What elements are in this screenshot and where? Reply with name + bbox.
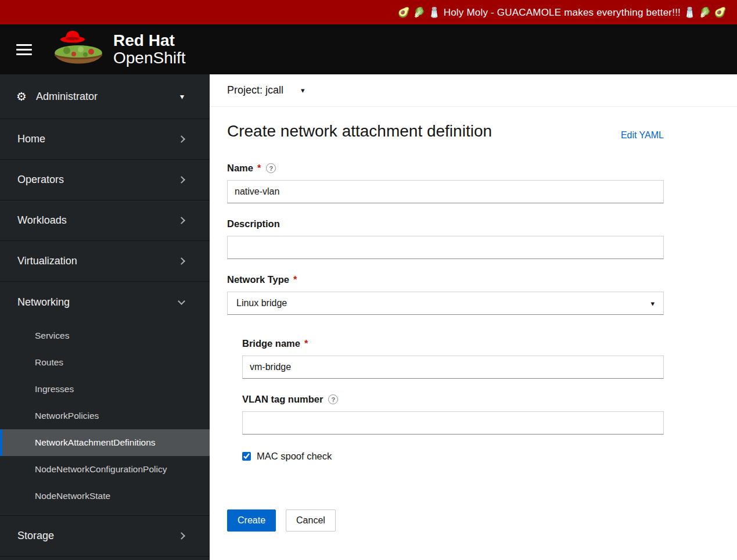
brand-line2: OpenShift (113, 49, 186, 67)
chevron-right-icon (178, 176, 185, 184)
subnav-item-label: Ingresses (35, 384, 74, 394)
required-asterisk: * (304, 338, 308, 349)
announcement-banner: 🥑 🥬 🧂 Holy Moly - GUACAMOLE makes everyt… (0, 0, 737, 24)
subnav-item-label: Services (35, 331, 69, 341)
networking-subnav: Services Routes Ingresses NetworkPolicie… (0, 322, 210, 516)
description-label: Description (227, 218, 280, 229)
subnav-item-label: NetworkPolicies (35, 411, 99, 421)
help-icon[interactable]: ? (266, 163, 276, 173)
chevron-down-icon (178, 297, 185, 305)
brand-logo[interactable]: Red Hat OpenShift (45, 28, 186, 70)
required-asterisk: * (293, 274, 297, 285)
gear-icon: ⚙ (16, 89, 27, 103)
sidebar-item-label: Home (17, 133, 45, 145)
perspective-switcher[interactable]: ⚙ Administrator ▾ (0, 74, 210, 119)
guacamole-bowl-logo-icon (45, 28, 110, 70)
name-input[interactable] (227, 180, 664, 203)
hamburger-bar (16, 49, 32, 51)
chevron-right-icon (178, 532, 185, 540)
vlan-input[interactable] (242, 411, 664, 435)
sidebar-item-operators[interactable]: Operators (0, 160, 210, 200)
sidebar-item-nodenetworkstate[interactable]: NodeNetworkState (0, 483, 210, 509)
nav-toggle-button[interactable] (16, 41, 32, 58)
bridge-name-label: Bridge name (242, 338, 300, 349)
network-type-select[interactable]: Linux bridge ▾ (227, 292, 664, 315)
help-icon[interactable]: ? (328, 394, 338, 404)
network-type-selected-value: Linux bridge (236, 298, 287, 308)
sidebar-item-storage[interactable]: Storage (0, 516, 210, 557)
chevron-right-icon (178, 217, 185, 224)
sidebar-item-virtualization[interactable]: Virtualization (0, 241, 210, 282)
hamburger-bar (16, 53, 32, 55)
edit-yaml-link[interactable]: Edit YAML (621, 130, 664, 141)
caret-down-icon[interactable]: ▾ (301, 86, 305, 95)
name-label-row: Name * ? (227, 163, 664, 174)
name-label: Name (227, 163, 253, 174)
vlan-label-row: VLAN tag number ? (242, 394, 664, 405)
masthead: Red Hat OpenShift (0, 24, 737, 74)
sidebar-item-label: Workloads (17, 214, 67, 227)
sidebar-item-networkpolicies[interactable]: NetworkPolicies (0, 403, 210, 429)
bridge-subsection: Bridge name * VLAN tag number ? (242, 338, 664, 462)
perspective-switcher-left: ⚙ Administrator (16, 89, 98, 103)
sidebar-item-label: Networking (17, 296, 70, 308)
network-type-form-group: Network Type * Linux bridge ▾ (227, 274, 664, 315)
network-type-label-row: Network Type * (227, 274, 664, 285)
cancel-button[interactable]: Cancel (286, 509, 336, 532)
title-row: Create network attachment definition Edi… (227, 122, 664, 141)
sidebar-item-networking[interactable]: Networking (0, 282, 210, 322)
subnav-item-label: Routes (35, 357, 63, 368)
mac-spoof-row: MAC spoof check (242, 451, 664, 462)
project-bar: Project: jcall ▾ (210, 74, 737, 107)
sidebar-item-workloads[interactable]: Workloads (0, 200, 210, 241)
brand-text: Red Hat OpenShift (113, 32, 186, 67)
project-selector[interactable]: Project: jcall (227, 84, 283, 96)
create-nad-form: Name * ? Description Network T (227, 163, 664, 532)
main-area: Project: jcall ▾ Create network attachme… (210, 74, 737, 560)
description-label-row: Description (227, 218, 664, 229)
brand-line1: Red Hat (113, 32, 186, 49)
sidebar-item-label: Storage (17, 530, 54, 542)
sidebar-item-nodenetworkconfigurationpolicy[interactable]: NodeNetworkConfigurationPolicy (0, 456, 210, 483)
description-form-group: Description (227, 218, 664, 259)
mac-spoof-checkbox[interactable] (242, 452, 251, 461)
mac-spoof-label: MAC spoof check (257, 451, 332, 462)
caret-down-icon: ▾ (650, 299, 655, 308)
caret-down-icon: ▾ (180, 92, 184, 101)
sidebar-item-ingresses[interactable]: Ingresses (0, 376, 210, 403)
vlan-label: VLAN tag number (242, 394, 323, 405)
hamburger-bar (16, 44, 32, 46)
sidebar-item-services[interactable]: Services (0, 322, 210, 349)
sidebar-item-label: Virtualization (17, 255, 77, 267)
required-asterisk: * (257, 163, 261, 174)
page-content: Create network attachment definition Edi… (210, 107, 737, 532)
announcement-banner-text: 🥑 🥬 🧂 Holy Moly - GUACAMOLE makes everyt… (398, 6, 727, 19)
sidebar-item-label: Operators (17, 174, 64, 186)
name-form-group: Name * ? (227, 163, 664, 203)
bridge-name-input[interactable] (242, 356, 664, 379)
bridge-name-form-group: Bridge name * (242, 338, 664, 379)
bridge-name-label-row: Bridge name * (242, 338, 664, 349)
app-layout: ⚙ Administrator ▾ Home Operators Workloa… (0, 74, 737, 560)
page-title: Create network attachment definition (227, 122, 492, 141)
form-actions: Create Cancel (227, 509, 664, 532)
network-type-label: Network Type (227, 274, 289, 285)
subnav-item-label: NodeNetworkState (35, 491, 110, 501)
chevron-right-icon (178, 135, 185, 143)
subnav-item-label: NetworkAttachmentDefinitions (35, 437, 156, 448)
chevron-right-icon (178, 257, 185, 265)
create-button[interactable]: Create (227, 509, 276, 532)
sidebar-item-home[interactable]: Home (0, 119, 210, 160)
vlan-form-group: VLAN tag number ? (242, 394, 664, 435)
sidebar-item-routes[interactable]: Routes (0, 349, 210, 376)
perspective-label: Administrator (36, 91, 98, 103)
sidebar-nav: ⚙ Administrator ▾ Home Operators Workloa… (0, 74, 210, 560)
description-input[interactable] (227, 236, 664, 259)
sidebar-item-networkattachmentdefinitions[interactable]: NetworkAttachmentDefinitions (0, 429, 210, 456)
subnav-item-label: NodeNetworkConfigurationPolicy (35, 464, 167, 475)
